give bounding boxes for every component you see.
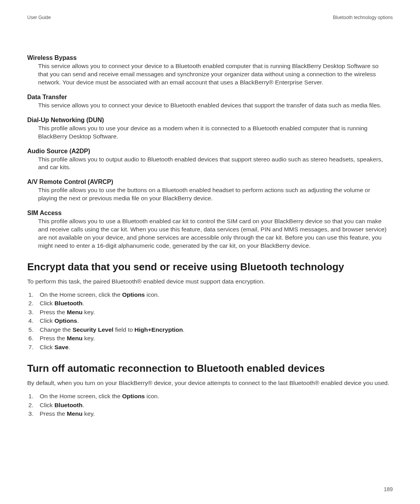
profile-title: Wireless Bypass xyxy=(27,54,393,61)
step-item: Click Bluetooth. xyxy=(27,401,393,410)
profile-title: A/V Remote Control (AVRCP) xyxy=(27,178,393,186)
profile-item: Dial-Up Networking (DUN) This profile al… xyxy=(27,117,393,141)
profile-title: Audio Source (A2DP) xyxy=(27,148,393,155)
profile-title: Dial-Up Networking (DUN) xyxy=(27,117,393,124)
step-item: Click Options. xyxy=(27,317,393,325)
profile-body: This profile allows you to use your devi… xyxy=(27,124,393,141)
header-left: User Guide xyxy=(27,15,51,20)
step-item: On the Home screen, click the Options ic… xyxy=(27,392,393,401)
step-item: Change the Security Level field to High+… xyxy=(27,326,393,334)
step-item: On the Home screen, click the Options ic… xyxy=(27,290,393,299)
steps-list-reconnect: On the Home screen, click the Options ic… xyxy=(27,392,393,418)
profiles-list: Wireless Bypass This service allows you … xyxy=(27,54,393,250)
profile-body: This profile allows you to output audio … xyxy=(27,156,393,172)
steps-list-encrypt: On the Home screen, click the Options ic… xyxy=(27,290,393,352)
profile-body: This service allows you to connect your … xyxy=(27,102,393,110)
section-heading-reconnect: Turn off automatic reconnection to Bluet… xyxy=(27,362,393,374)
page-number: 189 xyxy=(384,486,393,492)
section-intro: By default, when you turn on your BlackB… xyxy=(27,379,393,387)
profile-item: Data Transfer This service allows you to… xyxy=(27,94,393,110)
profile-body: This service allows you to connect your … xyxy=(27,62,393,87)
step-item: Press the Menu key. xyxy=(27,334,393,343)
profile-item: Wireless Bypass This service allows you … xyxy=(27,54,393,87)
section-heading-encrypt: Encrypt data that you send or receive us… xyxy=(27,261,393,273)
step-item: Press the Menu key. xyxy=(27,410,393,418)
profile-title: SIM Access xyxy=(27,210,393,217)
page-header: User Guide Bluetooth technology options xyxy=(27,15,393,20)
profile-item: A/V Remote Control (AVRCP) This profile … xyxy=(27,178,393,203)
section-intro: To perform this task, the paired Bluetoo… xyxy=(27,278,393,286)
profile-body: This profile allows you to use a Bluetoo… xyxy=(27,217,393,250)
step-item: Click Save. xyxy=(27,343,393,352)
step-item: Press the Menu key. xyxy=(27,308,393,317)
profile-body: This profile allows you to use the butto… xyxy=(27,186,393,203)
header-right: Bluetooth technology options xyxy=(333,15,393,20)
profile-title: Data Transfer xyxy=(27,94,393,101)
profile-item: SIM Access This profile allows you to us… xyxy=(27,210,393,250)
step-item: Click Bluetooth. xyxy=(27,299,393,308)
profile-item: Audio Source (A2DP) This profile allows … xyxy=(27,148,393,172)
